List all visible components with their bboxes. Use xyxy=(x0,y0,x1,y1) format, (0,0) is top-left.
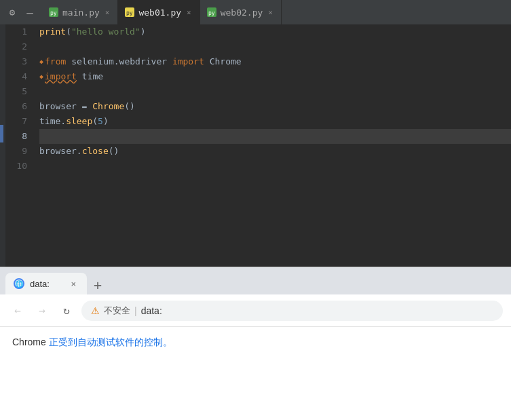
chrome-new-tab-btn[interactable]: + xyxy=(88,275,107,294)
code-line-9: browser.close() xyxy=(39,144,511,159)
line-num-9: 9 xyxy=(5,144,34,159)
token-browser-assign: browser = xyxy=(39,99,92,114)
chrome-tab-close-btn[interactable]: × xyxy=(68,278,79,290)
tab-main-py[interactable]: py main.py × xyxy=(42,0,118,24)
breakpoint-3: ◆ xyxy=(39,54,43,69)
ide-sidebar xyxy=(0,24,5,267)
token-from: from xyxy=(45,54,66,69)
token-import-time: import xyxy=(45,69,77,84)
tab-web01-py[interactable]: py web01.py × xyxy=(118,0,200,24)
python-icon-web02: py xyxy=(207,7,216,17)
tab-web02-close[interactable]: × xyxy=(267,7,274,18)
tab-web02-py[interactable]: py web02.py × xyxy=(200,0,282,24)
line-num-10: 10 xyxy=(5,159,34,174)
code-line-6: browser = Chrome() xyxy=(39,99,511,114)
reload-button[interactable]: ↻ xyxy=(57,301,76,320)
code-content[interactable]: print("hello world") ◆from selenium.webd… xyxy=(34,24,511,267)
tab-web01-label: web01.py xyxy=(138,7,181,18)
token-close: close xyxy=(82,144,109,159)
chrome-tab-label: data: xyxy=(30,279,50,289)
token-sleep: sleep xyxy=(66,114,92,129)
token-browser-close: browser. xyxy=(39,144,82,159)
line-num-3: 3 xyxy=(5,54,34,69)
code-line-1: print("hello world") xyxy=(39,24,511,39)
tab-main-label: main.py xyxy=(62,7,100,18)
address-url: data: xyxy=(141,305,162,316)
gear-icon[interactable]: ⚙ xyxy=(3,3,22,22)
line-num-6: 6 xyxy=(5,99,34,114)
address-bar-input[interactable]: ⚠ 不安全 | data: xyxy=(81,301,503,321)
code-line-10 xyxy=(39,159,511,174)
chrome-content-area: Chrome 正受到自动测试软件的控制。 xyxy=(0,327,511,420)
line-num-7: 7 xyxy=(5,114,34,129)
not-secure-label: 不安全 xyxy=(104,305,130,317)
python-icon-main: py xyxy=(49,7,58,17)
token-5: 5 xyxy=(98,114,103,129)
token-hello-string: "hello world" xyxy=(71,24,140,39)
chrome-tab-data[interactable]: 🌐 data: × xyxy=(5,273,87,294)
token-print: print xyxy=(39,24,66,39)
code-line-7: time.sleep(5) xyxy=(39,114,511,129)
svg-text:py: py xyxy=(208,10,215,16)
line-gutter: 1 2 3 4 5 6 7 8 9 10 xyxy=(5,24,34,267)
line-num-4: 4 xyxy=(5,69,34,84)
tab-web01-close[interactable]: × xyxy=(185,7,193,18)
line-num-1: 1 xyxy=(5,24,34,39)
warning-icon: ⚠ xyxy=(91,305,100,316)
token-chrome-call: Chrome xyxy=(92,99,124,114)
python-icon-web01: py xyxy=(125,7,134,17)
reload-icon: ↻ xyxy=(63,304,70,317)
code-line-3: ◆from selenium.webdriver import Chrome xyxy=(39,54,511,69)
automation-notice: Chrome 正受到自动测试软件的控制。 xyxy=(12,337,499,349)
ide-tab-bar: ⚙ — py main.py × py web01.py × py xyxy=(0,0,511,24)
line-num-5: 5 xyxy=(5,84,34,99)
address-divider: | xyxy=(134,305,137,316)
line-num-8: 8 xyxy=(5,129,34,144)
token-time: time. xyxy=(39,114,66,129)
minimize-icon[interactable]: — xyxy=(22,3,38,22)
code-line-4: ◆import time xyxy=(39,69,511,84)
tab-web02-label: web02.py xyxy=(221,7,263,18)
chrome-address-bar: ← → ↻ ⚠ 不安全 | data: xyxy=(0,294,511,327)
svg-text:py: py xyxy=(126,10,133,16)
forward-icon: → xyxy=(39,304,45,317)
tab-main-close[interactable]: × xyxy=(104,7,111,18)
token-import-selenium: import xyxy=(172,54,204,69)
svg-text:py: py xyxy=(50,10,57,16)
automation-notice-prefix: Chrome xyxy=(12,337,49,347)
sidebar-selection xyxy=(0,125,3,142)
chrome-browser: 🌐 data: × + ← → ↻ ⚠ 不安全 | data: Chrome 正… xyxy=(0,267,511,420)
chrome-tab-bar: 🌐 data: × + xyxy=(0,267,511,294)
globe-icon: 🌐 xyxy=(14,278,24,289)
code-line-8 xyxy=(39,129,511,144)
back-icon: ← xyxy=(14,304,21,317)
code-line-2 xyxy=(39,39,511,54)
breakpoint-4: ◆ xyxy=(39,69,43,84)
line-num-2: 2 xyxy=(5,39,34,54)
code-area: 1 2 3 4 5 6 7 8 9 10 print("hello world"… xyxy=(0,24,511,267)
forward-button[interactable]: → xyxy=(33,301,52,320)
code-line-5 xyxy=(39,84,511,99)
ide-panel: ⚙ — py main.py × py web01.py × py xyxy=(0,0,511,267)
back-button[interactable]: ← xyxy=(8,301,27,320)
automation-notice-text: 正受到自动测试软件的控制。 xyxy=(49,337,172,347)
